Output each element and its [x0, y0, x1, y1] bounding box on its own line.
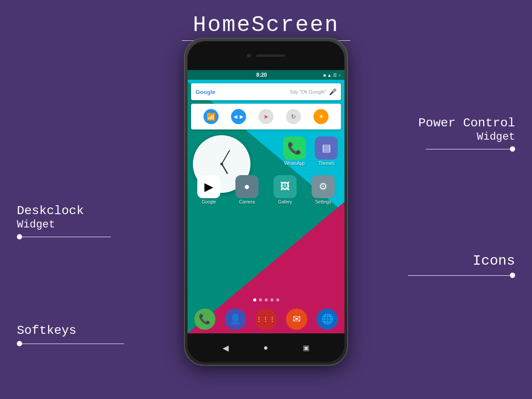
dot-3	[265, 298, 268, 301]
app-camera[interactable]: ● Camera	[233, 175, 261, 204]
themes-icon[interactable]: ▤	[315, 137, 338, 160]
recents-button[interactable]: ▣	[303, 344, 309, 352]
search-bar[interactable]: Google Say "Ok Google" 🎤	[191, 83, 341, 100]
deskclock-title: Deskclock	[17, 204, 111, 218]
icons-title: Icons	[408, 253, 515, 269]
home-button[interactable]: ●	[263, 343, 268, 352]
battery-icon: ○	[338, 73, 341, 78]
deskclock-subtitle: Widget	[17, 219, 111, 231]
settings-icon[interactable]: ⚙	[312, 175, 335, 198]
camera-icon[interactable]: ●	[235, 175, 258, 198]
mic-icon: 🎤	[329, 88, 336, 95]
deskclock-dot	[17, 234, 22, 239]
app-gallery[interactable]: 🖼 Gallery	[271, 175, 299, 204]
page-dots	[188, 298, 344, 301]
app-settings[interactable]: ⚙ Settings	[309, 175, 337, 204]
label-deskclock: Deskclock Widget	[17, 204, 111, 239]
phone-screen: 8:20 ■ ▲ ☰ ○ Google	[188, 70, 344, 333]
phone-wrapper: 8:20 ■ ▲ ☰ ○ Google	[184, 38, 348, 366]
deskclock-line	[22, 237, 111, 237]
dock-messages[interactable]: ✉	[286, 309, 307, 330]
settings-label: Settings	[315, 200, 331, 204]
title-text: HomeScreen	[0, 12, 532, 38]
location-toggle[interactable]: ➤	[258, 109, 274, 124]
app-row-whatsapp-themes: 📞 WhatsApp ▤ Themes	[281, 137, 340, 166]
signal-icon: ☰	[333, 73, 337, 78]
status-icons: ■ ▲ ☰ ○	[323, 73, 341, 78]
brightness-toggle[interactable]: ☀	[313, 109, 329, 124]
dot-1	[253, 298, 256, 301]
power-control-subtitle: Widget	[419, 131, 515, 143]
icons-line	[408, 275, 510, 276]
status-time: 8:20	[256, 72, 267, 78]
wallpaper: Google Say "Ok Google" 🎤 📶 ◄► ➤ ↻ ☀	[188, 80, 344, 333]
wifi-icon: ▲	[327, 73, 332, 78]
app-row-2: ▶ Google ● Camera 🖼 Gallery ⚙	[191, 175, 341, 204]
google-app-label: Google	[202, 200, 216, 204]
google-icon[interactable]: ▶	[197, 175, 220, 198]
dock-apps[interactable]: ⋮⋮⋮	[255, 309, 277, 330]
label-softkeys: Softkeys	[17, 324, 124, 346]
sync-toggle[interactable]: ↻	[286, 109, 301, 124]
status-bar: 8:20 ■ ▲ ☰ ○	[188, 70, 344, 80]
gallery-icon[interactable]: 🖼	[274, 175, 297, 198]
label-icons: Icons	[408, 253, 515, 278]
camera-label: Camera	[239, 200, 255, 204]
softkeys-dot	[17, 341, 22, 346]
gallery-label: Gallery	[278, 200, 292, 204]
camera-dot	[247, 54, 251, 58]
dock-row: 📞 👤 ⋮⋮⋮ ✉ 🌐	[189, 309, 343, 330]
power-control-title: Power Control	[419, 116, 515, 130]
clock-minute-hand	[221, 150, 230, 164]
whatsapp-label: WhatsApp	[284, 161, 305, 166]
app-themes[interactable]: ▤ Themes	[313, 137, 340, 166]
dot-4	[270, 298, 274, 301]
google-logo: Google	[196, 89, 215, 95]
bluetooth-icon: ■	[323, 73, 326, 78]
softkeys-line	[22, 344, 124, 344]
icons-dot	[510, 273, 515, 278]
speaker-grill	[256, 55, 285, 57]
app-whatsapp[interactable]: 📞 WhatsApp	[281, 137, 308, 166]
label-power-control: Power Control Widget	[419, 116, 515, 152]
ok-google-text: Say "Ok Google"	[290, 89, 326, 94]
bluetooth-toggle[interactable]: ◄►	[231, 109, 246, 124]
power-control-line	[426, 149, 510, 149]
dot-2	[259, 298, 262, 301]
whatsapp-icon[interactable]: 📞	[283, 137, 306, 160]
softkeys-title: Softkeys	[17, 324, 124, 337]
phone-top	[188, 41, 344, 70]
dock-browser[interactable]: 🌐	[317, 309, 338, 330]
app-google[interactable]: ▶ Google	[195, 175, 223, 204]
themes-label: Themes	[318, 161, 334, 166]
dock-phone[interactable]: 📞	[194, 309, 215, 330]
dock-contacts[interactable]: 👤	[225, 309, 246, 330]
wifi-toggle[interactable]: 📶	[203, 109, 219, 124]
back-button[interactable]: ◀	[223, 343, 229, 353]
page-title: HomeScreen	[0, 0, 532, 41]
nav-bar: ◀ ● ▣	[188, 333, 344, 362]
power-control-widget[interactable]: 📶 ◄► ➤ ↻ ☀	[191, 104, 341, 129]
dot-5	[276, 298, 279, 301]
clock-hour-hand	[221, 164, 228, 174]
power-control-dot	[510, 146, 515, 152]
phone-shell: 8:20 ■ ▲ ☰ ○ Google	[184, 38, 348, 366]
